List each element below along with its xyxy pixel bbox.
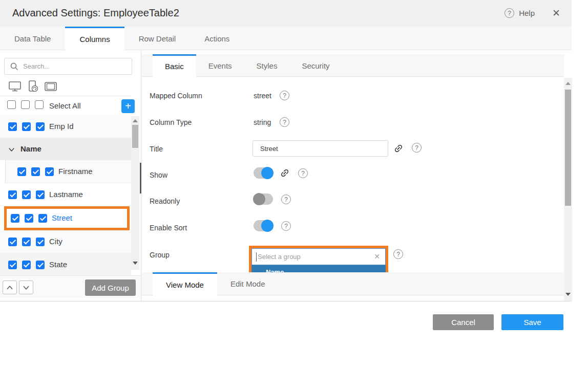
- help-button[interactable]: ? Help: [505, 8, 535, 18]
- panel-scrollbar[interactable]: [564, 78, 572, 301]
- tab-security[interactable]: Security: [289, 54, 342, 77]
- tab-actions[interactable]: Actions: [190, 27, 244, 50]
- column-row-lastname[interactable]: Lastname: [0, 183, 131, 206]
- checkbox[interactable]: [36, 122, 45, 131]
- help-icon[interactable]: ?: [298, 168, 308, 178]
- checkbox[interactable]: [25, 214, 33, 223]
- save-button[interactable]: Save: [501, 314, 563, 330]
- field-label-title: Title: [150, 145, 163, 153]
- checkbox[interactable]: [22, 261, 31, 269]
- checkbox[interactable]: [8, 238, 17, 246]
- search-input[interactable]: Search...: [4, 58, 132, 75]
- mode-tab-bar: View Mode Edit Mode: [142, 272, 564, 295]
- column-type-value: string: [254, 118, 271, 126]
- toggle-knob: [253, 193, 265, 205]
- group-row-name[interactable]: Name: [0, 138, 131, 160]
- field-label-group: Group: [150, 251, 170, 259]
- tab-basic[interactable]: Basic: [153, 54, 196, 77]
- help-icon[interactable]: ?: [281, 221, 291, 231]
- panel-tab-bar: Basic Events Styles Security: [142, 54, 564, 77]
- search-icon: [10, 62, 18, 71]
- checkbox[interactable]: [8, 190, 17, 199]
- column-row-city[interactable]: City: [0, 230, 131, 253]
- tab-events[interactable]: Events: [196, 54, 244, 77]
- column-row-state[interactable]: State: [0, 253, 131, 275]
- add-group-button[interactable]: Add Group: [85, 279, 136, 296]
- scrollbar-thumb[interactable]: [565, 90, 571, 206]
- column-row-firstname[interactable]: Firstname: [5, 160, 131, 183]
- checkbox[interactable]: [36, 261, 45, 269]
- link-icon[interactable]: [393, 143, 404, 154]
- show-toggle[interactable]: [254, 167, 273, 179]
- tablet-icon[interactable]: [44, 80, 58, 93]
- move-up-button[interactable]: [3, 280, 17, 294]
- scroll-down-icon[interactable]: [133, 262, 138, 265]
- checkbox[interactable]: [22, 238, 31, 246]
- help-icon[interactable]: ?: [412, 143, 422, 153]
- cancel-button[interactable]: Cancel: [433, 314, 494, 330]
- move-down-button[interactable]: [19, 280, 33, 294]
- checkbox[interactable]: [36, 238, 45, 246]
- chevron-up-icon: [6, 285, 13, 291]
- tab-view-mode[interactable]: View Mode: [153, 272, 217, 295]
- column-label: Firstname: [58, 167, 93, 176]
- title-input[interactable]: Street: [253, 140, 388, 157]
- checkbox[interactable]: [36, 190, 45, 199]
- checkbox[interactable]: [22, 122, 31, 131]
- help-label: Help: [519, 9, 535, 17]
- help-icon[interactable]: ?: [280, 117, 289, 127]
- field-label-column-type: Column Type: [150, 118, 192, 126]
- column-label: Emp Id: [49, 122, 74, 131]
- field-label-enable-sort: Enable Sort: [150, 224, 187, 232]
- chevron-down-icon: [23, 285, 30, 291]
- mobile-icon[interactable]: [27, 79, 39, 94]
- checkbox[interactable]: [45, 167, 54, 176]
- columns-sidebar: Search... Select All +: [0, 50, 141, 301]
- tab-columns[interactable]: Columns: [65, 27, 124, 50]
- scrollbar-thumb[interactable]: [132, 125, 138, 148]
- column-label: State: [49, 260, 67, 269]
- checkbox[interactable]: [8, 122, 17, 131]
- desktop-icon[interactable]: [8, 80, 22, 93]
- checkbox[interactable]: [22, 190, 31, 199]
- column-row-street-highlighted[interactable]: Street: [4, 206, 130, 230]
- panel-resize-handle[interactable]: [140, 163, 141, 193]
- tab-styles[interactable]: Styles: [244, 54, 290, 77]
- clear-icon[interactable]: ✕: [374, 252, 380, 261]
- readonly-toggle[interactable]: [254, 193, 273, 205]
- checkbox[interactable]: [31, 167, 40, 176]
- help-icon[interactable]: ?: [281, 195, 291, 204]
- tab-row-detail[interactable]: Row Detail: [124, 27, 191, 50]
- dialog-bottom-border: [0, 301, 572, 301]
- help-icon[interactable]: ?: [280, 91, 289, 100]
- enable-sort-toggle[interactable]: [254, 220, 273, 231]
- link-icon[interactable]: [280, 168, 290, 178]
- device-selector-row: [0, 77, 131, 96]
- checkbox[interactable]: [38, 214, 47, 223]
- help-icon: ?: [505, 8, 514, 18]
- group-label: Name: [20, 144, 41, 153]
- group-select-placeholder: Select a group: [258, 253, 301, 261]
- help-icon[interactable]: ?: [393, 249, 403, 259]
- scroll-up-icon[interactable]: [565, 82, 571, 85]
- page-title: Advanced Settings: EmployeeTable2: [12, 7, 179, 19]
- chevron-down-icon[interactable]: [8, 146, 15, 154]
- tab-edit-mode[interactable]: Edit Mode: [217, 272, 279, 295]
- text-cursor: [256, 252, 257, 262]
- checkbox[interactable]: [11, 214, 19, 223]
- scroll-down-icon[interactable]: [565, 293, 571, 296]
- checkbox[interactable]: [8, 261, 17, 269]
- select-all-checkbox-1[interactable]: [7, 100, 16, 109]
- close-icon[interactable]: ✕: [552, 7, 560, 19]
- checkbox[interactable]: [17, 167, 26, 176]
- add-column-button[interactable]: +: [121, 99, 135, 113]
- sidebar-scrollbar[interactable]: [131, 116, 139, 270]
- column-row-empid[interactable]: Emp Id: [0, 115, 131, 138]
- scroll-up-icon[interactable]: [133, 119, 138, 122]
- group-select-input[interactable]: Select a group ✕: [251, 248, 386, 265]
- select-all-label: Select All: [49, 101, 81, 110]
- tab-data-table[interactable]: Data Table: [0, 27, 65, 50]
- select-all-checkbox-3[interactable]: [35, 100, 44, 109]
- title-input-value: Street: [260, 145, 278, 153]
- select-all-checkbox-2[interactable]: [21, 100, 30, 109]
